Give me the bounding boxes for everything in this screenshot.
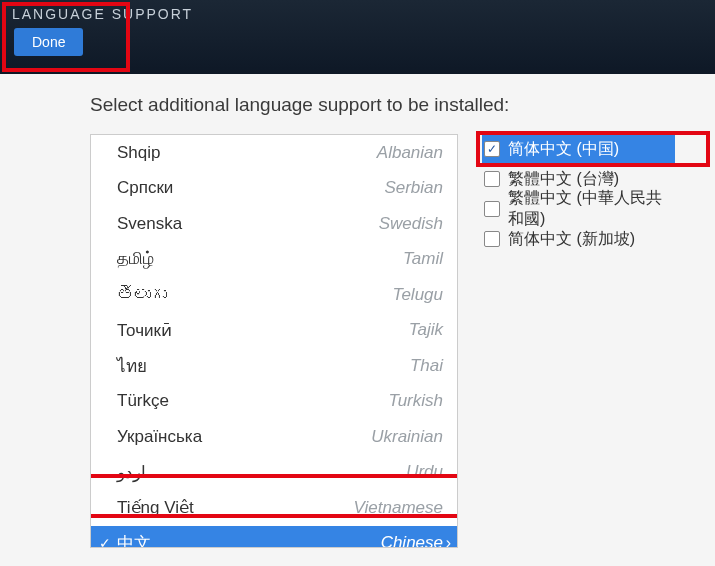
locale-checkbox[interactable] xyxy=(484,231,500,247)
instruction-text: Select additional language support to be… xyxy=(90,94,675,116)
language-english-label: Telugu xyxy=(393,285,443,305)
locale-checkbox[interactable]: ✓ xyxy=(484,141,500,157)
locale-label: 简体中文 (中国) xyxy=(508,139,619,160)
language-row[interactable]: ไทยThai xyxy=(91,348,457,384)
language-english-label: Chinese xyxy=(381,533,443,548)
done-button[interactable]: Done xyxy=(14,28,83,56)
language-native-label: Svenska xyxy=(117,214,182,234)
locale-list: ✓简体中文 (中国)繁體中文 (台灣)繁體中文 (中華人民共和國)简体中文 (新… xyxy=(482,134,675,548)
language-row[interactable]: СрпскиSerbian xyxy=(91,171,457,207)
language-row[interactable]: ✓中文Chinese› xyxy=(91,526,457,549)
language-row[interactable]: Tiếng ViệtVietnamese xyxy=(91,490,457,526)
language-english-label: Ukrainian xyxy=(371,427,443,447)
language-native-label: 中文 xyxy=(117,532,151,548)
language-english-label: Turkish xyxy=(389,391,443,411)
language-native-label: తెలుగు xyxy=(117,285,167,305)
content-area: Select additional language support to be… xyxy=(0,74,715,548)
language-native-label: Српски xyxy=(117,178,173,198)
language-english-label: Thai xyxy=(410,356,443,376)
language-english-label: Tajik xyxy=(409,320,443,340)
panels-container: ShqipAlbanianСрпскиSerbianSvenskaSwedish… xyxy=(90,134,675,548)
language-list[interactable]: ShqipAlbanianСрпскиSerbianSvenskaSwedish… xyxy=(90,134,458,548)
locale-label: 简体中文 (新加坡) xyxy=(508,229,635,250)
language-native-label: Українська xyxy=(117,427,202,447)
language-native-label: Türkçe xyxy=(117,391,169,411)
language-native-label: Точикӣ xyxy=(117,320,172,341)
locale-checkbox[interactable] xyxy=(484,171,500,187)
check-icon: ✓ xyxy=(99,535,111,548)
language-english-label: Tamil xyxy=(403,249,443,269)
language-native-label: ไทย xyxy=(117,352,147,379)
language-row[interactable]: தமிழ்Tamil xyxy=(91,242,457,278)
language-english-label: Swedish xyxy=(379,214,443,234)
language-row[interactable]: TürkçeTurkish xyxy=(91,384,457,420)
language-row[interactable]: ShqipAlbanian xyxy=(91,135,457,171)
locale-row[interactable]: 繁體中文 (中華人民共和國) xyxy=(482,194,675,224)
language-native-label: اردو xyxy=(117,462,146,483)
language-english-label: Urdu xyxy=(406,462,443,482)
language-english-label: Vietnamese xyxy=(354,498,443,518)
language-native-label: Tiếng Việt xyxy=(117,497,194,518)
locale-row[interactable]: ✓简体中文 (中国) xyxy=(482,134,675,164)
language-row[interactable]: ТочикӣTajik xyxy=(91,313,457,349)
header-bar: LANGUAGE SUPPORT Done xyxy=(0,0,715,74)
language-row[interactable]: اردوUrdu xyxy=(91,455,457,491)
locale-checkbox[interactable] xyxy=(484,201,500,217)
language-native-label: Shqip xyxy=(117,143,160,163)
language-english-label: Albanian xyxy=(377,143,443,163)
chevron-right-icon: › xyxy=(446,534,451,548)
language-row[interactable]: УкраїнськаUkrainian xyxy=(91,419,457,455)
locale-label: 繁體中文 (台灣) xyxy=(508,169,619,190)
page-title: LANGUAGE SUPPORT xyxy=(12,6,703,22)
language-english-label: Serbian xyxy=(384,178,443,198)
language-row[interactable]: SvenskaSwedish xyxy=(91,206,457,242)
language-row[interactable]: తెలుగుTelugu xyxy=(91,277,457,313)
language-native-label: தமிழ் xyxy=(117,249,154,269)
locale-label: 繁體中文 (中華人民共和國) xyxy=(508,188,675,230)
